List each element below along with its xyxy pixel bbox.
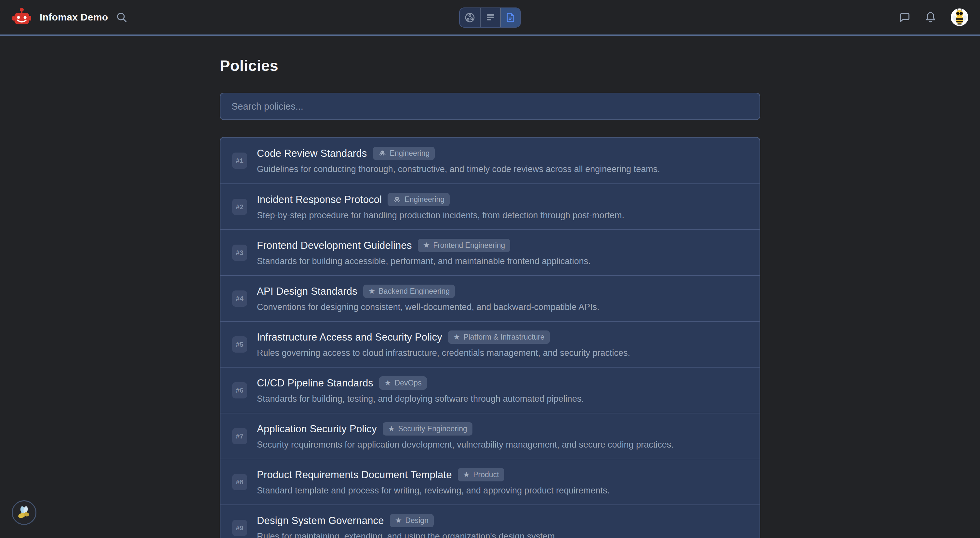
policy-body: Application Security Policy <box>257 422 674 450</box>
policy-title: Incident Response Protocol <box>257 194 382 205</box>
policy-rank-badge: #3 <box>232 245 247 261</box>
bee-avatar-icon <box>951 9 968 25</box>
policy-rank: #1 <box>236 157 243 165</box>
policy-description: Rules governing access to cloud infrastr… <box>257 348 630 358</box>
star-icon: ★ <box>463 471 470 479</box>
policy-tag-label: Engineering <box>390 149 430 158</box>
policy-title: Design System Governance <box>257 515 384 527</box>
policy-title-row: API Design Standards <box>257 285 600 298</box>
page-title: Policies <box>220 57 760 75</box>
robot-logo-icon[interactable] <box>12 7 32 28</box>
search-policies-input[interactable] <box>220 93 760 120</box>
policy-description: Conventions for designing consistent, we… <box>257 302 600 312</box>
policy-body: Frontend Development Guidelines <box>257 239 591 266</box>
policy-rank: #2 <box>236 203 243 211</box>
policy-body: Product Requirements Document Template <box>257 468 610 496</box>
star-icon: ★ <box>453 333 460 341</box>
app-header: Infomax Demo <box>0 0 980 36</box>
view-toggle-list[interactable] <box>480 8 500 27</box>
policy-description: Rules for maintaining, extending, and us… <box>257 532 557 538</box>
policy-tag-label: Frontend Engineering <box>433 241 505 250</box>
bell-icon[interactable] <box>925 11 936 23</box>
policy-title-row: Design System Governance <box>257 514 557 527</box>
header-actions <box>899 8 968 26</box>
policy-rank: #6 <box>236 387 243 394</box>
policy-title: Application Security Policy <box>257 423 377 435</box>
policy-rank-badge: #2 <box>232 199 247 215</box>
assistant-fab-button[interactable] <box>12 500 37 525</box>
policy-body: CI/CD Pipeline Standards <box>257 376 584 404</box>
octopus-icon <box>378 149 387 158</box>
policy-title-row: Product Requirements Document Template <box>257 468 610 481</box>
policy-tag-label: Platform & Infrastructure <box>463 333 544 342</box>
policy-title: Product Requirements Document Template <box>257 469 452 481</box>
view-toggle-graph[interactable] <box>460 8 480 27</box>
stacked-list-icon <box>485 12 496 23</box>
policy-team-tag: ★ DevOps <box>379 376 427 390</box>
policy-description: Security requirements for application de… <box>257 440 674 450</box>
star-icon: ★ <box>368 287 375 295</box>
octopus-icon <box>393 196 401 204</box>
policy-team-tag: ★ Product <box>458 468 504 481</box>
policy-body: Incident Response Protocol <box>257 193 624 221</box>
policy-list-item[interactable]: #6 CI/CD Pipeline Standards <box>220 367 760 413</box>
policy-description: Step-by-step procedure for handling prod… <box>257 210 624 221</box>
policy-rank: #8 <box>236 478 243 486</box>
policy-title-row: Application Security Policy <box>257 422 674 436</box>
policy-rank-badge: #5 <box>232 336 247 353</box>
policy-title: API Design Standards <box>257 286 357 297</box>
policy-tag-label: Design <box>405 516 428 525</box>
view-toggle-group <box>459 8 521 28</box>
policy-rank-badge: #6 <box>232 382 247 398</box>
policy-tag-label: DevOps <box>395 379 422 387</box>
policy-list-item[interactable]: #8 Product Requirements Document Templat… <box>220 458 760 505</box>
policy-list-item[interactable]: #9 Design System Governance <box>220 505 760 538</box>
policy-title: Infrastructure Access and Security Polic… <box>257 331 442 343</box>
policy-list-item[interactable]: #7 Application Security Policy <box>220 413 760 458</box>
policy-rank: #9 <box>236 524 243 532</box>
policy-list-item[interactable]: #4 API Design Standards <box>220 275 760 321</box>
view-toggle-document[interactable] <box>500 8 520 27</box>
policy-title-row: CI/CD Pipeline Standards <box>257 376 584 390</box>
policy-team-tag: ★ Engineering <box>373 147 435 160</box>
star-icon: ★ <box>423 241 430 249</box>
policy-team-tag: ★ Platform & Infrastructure <box>448 331 550 344</box>
policy-rank-badge: #8 <box>232 474 247 490</box>
policy-tag-label: Product <box>473 470 499 479</box>
policy-title: Frontend Development Guidelines <box>257 240 412 251</box>
policy-body: Infrastructure Access and Security Polic… <box>257 331 630 358</box>
policy-description: Guidelines for conducting thorough, cons… <box>257 164 660 174</box>
policy-rank: #4 <box>236 295 243 302</box>
policy-title-row: Incident Response Protocol <box>257 193 624 206</box>
policy-description: Standard template and process for writin… <box>257 485 610 496</box>
bee-abstract-icon <box>17 505 32 520</box>
star-icon: ★ <box>384 379 391 387</box>
policy-list-item[interactable]: #3 Frontend Development Guidelines <box>220 229 760 275</box>
policy-title-row: Infrastructure Access and Security Polic… <box>257 331 630 344</box>
chat-icon[interactable] <box>899 11 910 23</box>
policy-rank-badge: #4 <box>232 290 247 307</box>
policy-rank-badge: #9 <box>232 520 247 536</box>
policy-body: API Design Standards <box>257 285 600 312</box>
policy-team-tag: ★ Design <box>390 514 434 527</box>
document-icon <box>505 12 516 23</box>
policy-title-row: Code Review Standards <box>257 147 660 160</box>
policy-rank-badge: #1 <box>232 153 247 169</box>
policy-list-item[interactable]: #2 Incident Response Protocol <box>220 183 760 229</box>
policy-description: Standards for building, testing, and dep… <box>257 394 584 404</box>
main-content: Policies #1 Code Review Standards <box>220 36 760 538</box>
policy-list: #1 Code Review Standards <box>220 137 760 538</box>
policy-body: Code Review Standards <box>257 147 660 174</box>
policy-list-item[interactable]: #5 Infrastructure Access and Security Po… <box>220 321 760 367</box>
policy-title-row: Frontend Development Guidelines <box>257 239 591 252</box>
search-icon[interactable] <box>116 11 127 23</box>
app-title: Infomax Demo <box>40 12 108 23</box>
policy-team-tag: ★ Backend Engineering <box>363 285 455 298</box>
policy-list-item[interactable]: #1 Code Review Standards <box>220 138 760 183</box>
user-avatar[interactable] <box>951 8 968 26</box>
policy-tag-label: Engineering <box>404 195 444 204</box>
policy-team-tag: ★ Engineering <box>388 193 450 206</box>
star-icon: ★ <box>395 517 402 524</box>
policy-team-tag: ★ Security Engineering <box>383 422 473 436</box>
policy-rank: #3 <box>236 249 243 257</box>
